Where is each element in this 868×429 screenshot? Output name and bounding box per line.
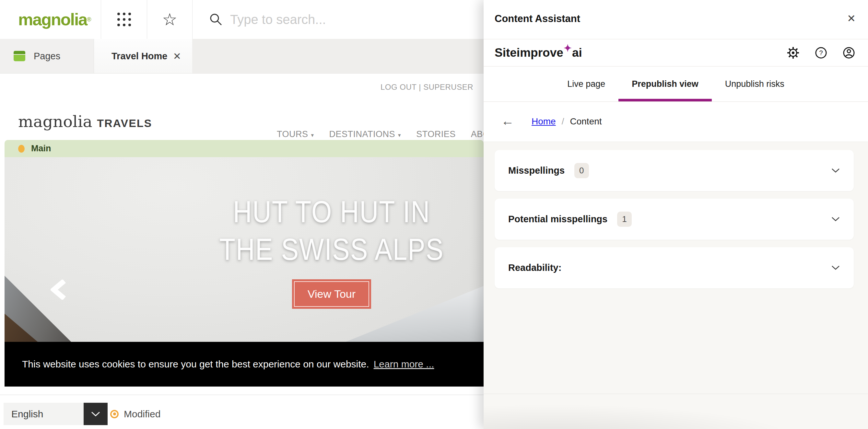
language-select[interactable]: English — [4, 403, 84, 425]
count-badge: 1 — [617, 211, 631, 227]
site-logo-serif: magnolia — [18, 112, 92, 131]
panel-header: Content Assistant ✕ — [484, 0, 868, 39]
nav-item-stories[interactable]: STORIES — [416, 129, 456, 139]
section-title: Misspellings — [508, 165, 565, 176]
tab-prepublish-view[interactable]: Prepublish view — [618, 67, 712, 101]
search-input[interactable] — [230, 12, 457, 27]
global-search — [192, 0, 484, 39]
tab-travel-home[interactable]: Travel Home ✕ — [94, 39, 192, 73]
breadcrumb-row: ← Home / Content — [484, 102, 868, 142]
breadcrumb-home-link[interactable]: Home — [532, 116, 556, 127]
breadcrumb: Home / Content — [532, 116, 602, 127]
tab-close-icon[interactable]: ✕ — [173, 51, 181, 62]
chevron-down-icon — [831, 168, 840, 173]
tab-travel-home-label: Travel Home — [112, 51, 167, 62]
carousel-prev-icon[interactable] — [51, 279, 67, 300]
siteimprove-brand-row: Siteimprove✦ai ? — [484, 39, 868, 66]
breadcrumb-current: Content — [570, 116, 601, 127]
site-topbar: LOG OUT | SUPERUSER — [0, 73, 484, 99]
panel-footer — [484, 394, 868, 429]
count-badge: 0 — [575, 163, 589, 178]
page-preview: LOG OUT | SUPERUSER magnolia TRAVELS TOU… — [0, 73, 484, 395]
hero-title-line2: THE SWISS ALPS — [219, 230, 444, 268]
siteimprove-logo-name: Siteimprove — [495, 46, 563, 59]
app-footer-bar: English Modified — [0, 395, 484, 429]
tab-live-page[interactable]: Live page — [554, 67, 618, 101]
close-icon[interactable]: ✕ — [847, 12, 856, 25]
status-dot-icon — [18, 145, 25, 153]
chevron-down-icon: ▾ — [398, 132, 401, 138]
panel-title: Content Assistant — [495, 13, 580, 25]
status-label: Modified — [124, 408, 160, 420]
cookie-learn-more-link[interactable]: Learn more ... — [374, 359, 434, 370]
modified-status-icon — [110, 410, 119, 418]
section-misspellings[interactable]: Misspellings 0 — [495, 150, 854, 191]
tab-pages[interactable]: Pages — [0, 39, 94, 73]
back-arrow-icon[interactable]: ← — [501, 114, 514, 127]
pages-app-icon — [13, 51, 25, 61]
magnolia-logo: magnolia ® — [0, 0, 101, 39]
chevron-down-icon — [91, 411, 100, 417]
account-icon[interactable] — [843, 47, 855, 59]
chevron-down-icon — [831, 265, 840, 270]
section-potential-misspellings[interactable]: Potential misspellings 1 — [495, 199, 854, 240]
view-tour-label: View Tour — [294, 281, 369, 307]
tab-pages-label: Pages — [34, 51, 60, 62]
logout-link[interactable]: LOG OUT | SUPERUSER — [380, 82, 473, 92]
tab-unpublish-risks[interactable]: Unpublish risks — [712, 67, 798, 101]
page-status: Modified — [110, 403, 160, 425]
help-icon[interactable]: ? — [815, 47, 827, 59]
gear-icon[interactable] — [787, 47, 799, 59]
site-logo-caps: TRAVELS — [97, 117, 152, 129]
hero-carousel: HUT TO HUT IN THE SWISS ALPS View Tour — [4, 157, 484, 352]
section-title: Potential misspellings — [508, 214, 608, 225]
app-header: magnolia ® ☆ — [0, 0, 484, 39]
section-title: Readability: — [508, 262, 561, 273]
siteimprove-logo: Siteimprove✦ai — [495, 46, 582, 60]
search-icon — [209, 13, 222, 26]
screen: magnolia ® ☆ Pages Travel Home ✕ — [0, 0, 868, 429]
chevron-down-icon — [831, 217, 840, 222]
panel-toolbar: ? — [787, 47, 855, 59]
star-icon: ☆ — [162, 11, 177, 28]
site-logo[interactable]: magnolia TRAVELS — [18, 112, 152, 131]
svg-text:?: ? — [819, 49, 823, 56]
magnolia-logo-text: magnolia — [18, 10, 87, 29]
app-tab-bar: Pages Travel Home ✕ — [0, 39, 484, 73]
nav-item-destinations[interactable]: DESTINATIONS▾ — [329, 129, 401, 139]
cookie-message: This website uses cookies to ensure you … — [22, 359, 369, 370]
app-launcher-button[interactable] — [101, 0, 147, 39]
sparkle-icon: ✦ — [564, 43, 572, 54]
content-assistant-panel: Content Assistant ✕ Siteimprove✦ai — [484, 0, 868, 429]
cookie-banner: This website uses cookies to ensure you … — [4, 342, 484, 387]
component-area-label: Main — [31, 143, 51, 154]
registered-mark: ® — [87, 16, 91, 23]
component-area-main[interactable]: Main — [4, 140, 484, 157]
breadcrumb-separator: / — [562, 116, 564, 127]
chevron-down-icon: ▾ — [311, 132, 314, 138]
section-readability[interactable]: Readability: — [495, 247, 854, 288]
nav-item-tours[interactable]: TOURS▾ — [277, 129, 314, 139]
nav-item-about[interactable]: ABOUT — [471, 129, 484, 139]
panel-body: Misspellings 0 Potential misspellings 1 … — [484, 142, 868, 394]
language-select-chevron-button[interactable] — [84, 403, 107, 425]
siteimprove-logo-suffix: ai — [572, 46, 582, 59]
grid-icon — [117, 13, 131, 26]
favorites-button[interactable]: ☆ — [147, 0, 192, 39]
hero-title-line1: HUT TO HUT IN — [219, 193, 444, 230]
panel-tabs: Live page Prepublish view Unpublish risk… — [484, 67, 868, 102]
view-tour-button[interactable]: View Tour — [292, 279, 371, 309]
language-select-value: English — [11, 408, 43, 420]
hero-title: HUT TO HUT IN THE SWISS ALPS — [219, 193, 444, 268]
site-nav: TOURS▾ DESTINATIONS▾ STORIES ABOUT CONTA… — [277, 129, 484, 139]
